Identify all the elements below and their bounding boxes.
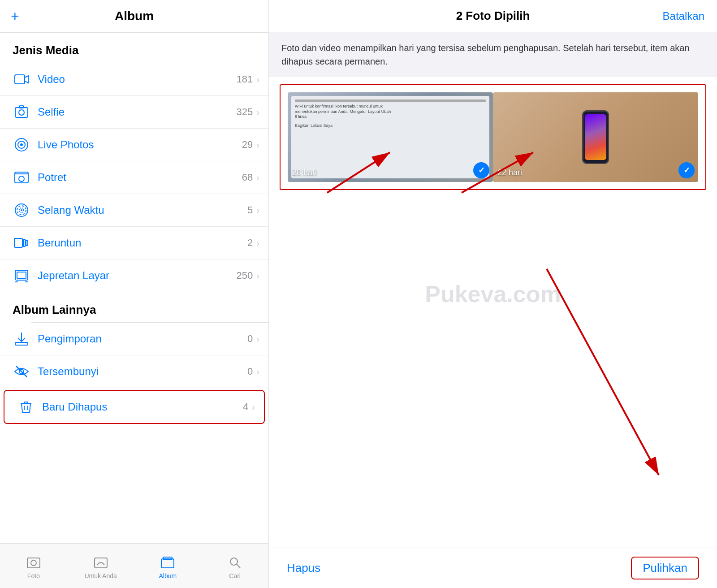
beruntun-label: Beruntun [38,237,247,249]
video-chevron: › [256,74,259,85]
tersembunyi-count: 0 [247,366,253,377]
burst-icon [13,234,30,252]
svg-line-24 [16,366,27,377]
list-item-live-photos[interactable]: Live Photos 29 › [0,129,268,161]
selfie-count: 325 [237,106,253,118]
svg-rect-27 [27,558,40,568]
phone-sim [582,110,609,164]
baru-dihapus-count: 4 [243,401,248,413]
svg-rect-4 [19,106,24,108]
potret-icon [13,169,30,186]
left-title: Album [115,9,154,23]
untuk-anda-tab-icon [93,554,109,571]
video-count: 181 [237,74,253,85]
live-photos-chevron: › [256,140,259,150]
album-tab-icon [160,554,176,571]
jepretan-layar-count: 250 [237,270,253,281]
beruntun-count: 2 [247,237,253,249]
tab-foto-label: Foto [27,572,40,579]
svg-point-14 [21,209,22,211]
tab-cari[interactable]: Cari [201,547,268,586]
hidden-icon [13,363,30,380]
svg-rect-17 [26,240,28,246]
list-item-selfie[interactable]: Selfie 325 › [0,96,268,129]
video-label: Video [38,73,237,86]
svg-rect-2 [15,108,28,117]
tab-foto[interactable]: Foto [0,547,67,586]
right-title: 2 Foto Dipilih [456,9,530,23]
pengimporan-chevron: › [256,334,259,344]
right-header: 2 Foto Dipilih Batalkan [269,0,717,32]
tab-album[interactable]: Album [134,547,202,586]
list-item-pengimporan[interactable]: Pengimporan 0 › [0,323,268,355]
pengimporan-label: Pengimporan [38,333,247,345]
left-header: + Album [0,0,268,33]
svg-point-7 [20,143,23,146]
selfie-icon [13,103,30,121]
selang-waktu-label: Selang Waktu [38,204,247,216]
tab-untuk-anda-label: Untuk Anda [84,572,117,579]
hapus-button[interactable]: Hapus [287,561,320,575]
pulihkan-button[interactable]: Pulihkan [631,557,699,579]
jepretan-layar-chevron: › [256,271,259,281]
photo-1-check [473,162,489,178]
live-photos-icon [13,136,30,154]
tab-untuk-anda[interactable]: Untuk Anda [67,547,134,586]
list-item-jepretan-layar[interactable]: Jepretan Layar 250 › [0,259,268,292]
jepretan-layar-label: Jepretan Layar [38,269,237,282]
tab-bar: Foto Untuk Anda Album Cari [0,543,268,588]
svg-rect-19 [17,272,26,278]
left-content: Jenis Media Video 181 › Selfie 325 › Liv… [0,33,268,543]
selang-waktu-count: 5 [247,204,253,216]
video-icon [13,70,30,88]
watermark: Pukeva.com [425,281,561,307]
beruntun-chevron: › [256,238,259,248]
tersembunyi-chevron: › [256,367,259,377]
list-item-video[interactable]: Video 181 › [0,63,268,96]
section-header-jenis-media: Jenis Media [0,33,268,63]
photo-thumb-1[interactable]: WiFi untuk konfirmasi ikon tersebut munc… [288,92,493,182]
list-item-potret[interactable]: Potret 68 › [0,161,268,194]
phone-screen [585,114,607,160]
photo-thumb-2[interactable]: 22 hari [493,92,698,182]
selang-waktu-chevron: › [256,205,259,216]
baru-dihapus-chevron: › [252,402,255,412]
list-item-selang-waktu[interactable]: Selang Waktu 5 › [0,194,268,227]
selfie-label: Selfie [38,106,237,118]
add-button[interactable]: + [11,8,19,25]
selfie-chevron: › [256,107,259,117]
svg-rect-16 [23,239,25,246]
svg-marker-1 [25,76,28,83]
svg-point-32 [230,558,238,565]
potret-label: Potret [38,171,242,184]
list-item-baru-dihapus[interactable]: Baru Dihapus 4 › [4,390,265,424]
potret-count: 68 [242,172,253,183]
svg-point-28 [31,560,36,566]
cancel-button[interactable]: Batalkan [663,10,704,22]
right-panel: 2 Foto Dipilih Batalkan Foto dan video m… [269,0,717,588]
photo-strip: WiFi untuk konfirmasi ikon tersebut munc… [280,84,706,190]
svg-point-3 [19,110,24,115]
svg-rect-0 [15,75,25,84]
live-photos-count: 29 [242,139,253,151]
photo-1-label: 28 hari [292,168,317,177]
info-text: Foto dan video menampilkan hari yang ter… [281,43,690,66]
list-item-beruntun[interactable]: Beruntun 2 › [0,227,268,259]
left-panel: + Album Jenis Media Video 181 › Selfie 3… [0,0,269,588]
foto-tab-icon [26,554,42,571]
cari-tab-icon [227,554,243,571]
live-photos-label: Live Photos [38,138,242,151]
svg-line-37 [547,269,659,475]
timelapse-icon [13,201,30,219]
pengimporan-count: 0 [247,333,253,345]
svg-point-10 [19,176,24,182]
list-item-tersembunyi[interactable]: Tersembunyi 0 › [0,355,268,388]
action-bar: Hapus Pulihkan [269,548,717,588]
tersembunyi-label: Tersembunyi [38,365,247,378]
trash-icon [17,398,35,416]
tab-cari-label: Cari [229,572,241,579]
potret-chevron: › [256,173,259,183]
svg-line-33 [237,564,240,568]
section-header-album-lainnya: Album Lainnya [0,292,268,322]
photo-2-label: 22 hari [497,168,522,177]
